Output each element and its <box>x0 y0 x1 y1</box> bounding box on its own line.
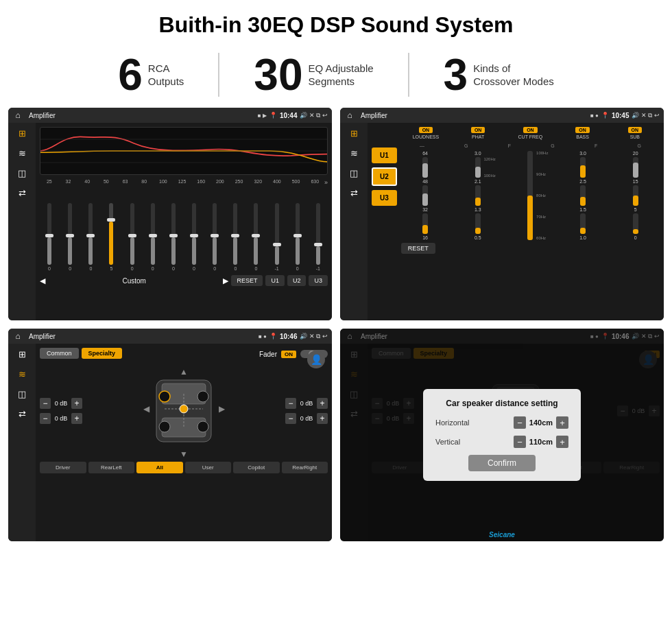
fader-rl-plus[interactable]: + <box>71 413 82 424</box>
eq-reset-button[interactable]: RESET <box>231 275 263 286</box>
eq-slider-6[interactable]: 0 <box>164 203 183 271</box>
status-icons-1b: 🔊 ✕ ⧉ ↩ <box>300 112 328 119</box>
horizontal-plus-button[interactable]: + <box>556 416 568 429</box>
sidebar-speaker-icon[interactable]: ◫ <box>18 168 26 178</box>
loudness-on-badge[interactable]: ON <box>419 127 433 133</box>
status-icons-2b: 🔊 ✕ ⧉ ↩ <box>632 112 660 119</box>
stat-eq-number: 30 <box>254 53 302 97</box>
dialog-horizontal-row: Horizontal − 140cm + <box>435 416 568 429</box>
sidebar-eq-icon-2[interactable]: ⊞ <box>350 128 358 139</box>
eq-slider-4[interactable]: 0 <box>123 203 142 271</box>
home-icon[interactable]: ⌂ <box>12 110 23 121</box>
status-bar-3: ⌂ Amplifier ■ ● 📍 10:46 🔊 ✕ ⧉ ↩ <box>8 329 332 344</box>
fader-all-button[interactable]: All <box>136 462 183 473</box>
eq-slider-10[interactable]: 0 <box>246 203 265 271</box>
amp-slider-loudness: 64 48 32 16 <box>401 151 450 240</box>
eq-slider-3[interactable]: 5 <box>101 203 121 271</box>
sidebar-speaker-icon-2[interactable]: ◫ <box>350 168 358 178</box>
sidebar-eq-icon-3[interactable]: ⊞ <box>19 349 26 359</box>
eq-slider-0[interactable]: 0 <box>40 203 59 271</box>
fader-tab-common[interactable]: Common <box>40 348 79 359</box>
freq-label-12: 400 <box>267 179 287 186</box>
eq-main: 25 32 40 50 63 80 100 125 160 200 250 32… <box>36 123 332 320</box>
phat-on-badge[interactable]: ON <box>471 127 485 133</box>
sidebar-arrow-icon-2[interactable]: ⇄ <box>350 188 358 198</box>
fader-copilot-button[interactable]: Copilot <box>233 462 280 473</box>
amp-u2-button[interactable]: U2 <box>372 167 397 186</box>
eq-u1-button[interactable]: U1 <box>265 275 285 286</box>
svg-text:▲: ▲ <box>180 367 188 377</box>
screen-amp: ⌂ Amplifier ■ ● 📍 10:45 🔊 ✕ ⧉ ↩ ⊞ ≋ ◫ ⇄ … <box>340 108 664 320</box>
eq-u3-button[interactable]: U3 <box>309 275 328 286</box>
amp-sub: ON SUB <box>610 127 660 139</box>
sidebar-wave-icon-2[interactable]: ≋ <box>350 148 358 158</box>
freq-label-13: 500 <box>287 179 306 186</box>
fader-rr-control: − 0 dB + <box>285 413 328 424</box>
fader-driver-button[interactable]: Driver <box>40 462 86 473</box>
fader-fr-minus[interactable]: − <box>285 398 296 409</box>
svg-point-6 <box>159 391 170 402</box>
eq-slider-8[interactable]: 0 <box>205 203 224 271</box>
fader-rearright-button[interactable]: RearRight <box>282 462 328 473</box>
freq-label-14: 630 <box>305 179 324 186</box>
svg-text:▼: ▼ <box>180 449 188 459</box>
home-icon-2[interactable]: ⌂ <box>344 110 355 121</box>
eq-slider-2[interactable]: 0 <box>81 203 100 271</box>
screen-fader: ⌂ Amplifier ■ ● 📍 10:46 🔊 ✕ ⧉ ↩ ⊞ ≋ ◫ ⇄ … <box>8 329 332 541</box>
eq-slider-12[interactable]: 0 <box>288 203 307 271</box>
amp-u1-button[interactable]: U1 <box>372 147 397 163</box>
horizontal-minus-button[interactable]: − <box>514 416 526 429</box>
vertical-plus-button[interactable]: + <box>556 436 568 448</box>
dialog-title: Car speaker distance setting <box>435 399 568 408</box>
vertical-control: − 110cm + <box>514 436 568 448</box>
sidebar-speaker-icon-3[interactable]: ◫ <box>18 389 26 399</box>
loudness-label: LOUDNESS <box>413 134 440 139</box>
eq-u2-button[interactable]: U2 <box>287 275 307 286</box>
amp-u3-button[interactable]: U3 <box>372 190 397 206</box>
fader-rr-plus[interactable]: + <box>317 413 328 424</box>
home-icon-3[interactable]: ⌂ <box>12 331 23 342</box>
sidebar-arrow-icon-3[interactable]: ⇄ <box>19 409 26 419</box>
dialog-overlay: Car speaker distance setting Horizontal … <box>340 329 664 541</box>
eq-slider-9[interactable]: 0 <box>226 203 245 271</box>
confirm-button[interactable]: Confirm <box>468 455 536 471</box>
vertical-value: 110cm <box>529 438 553 446</box>
sidebar-wave-icon-3[interactable]: ≋ <box>19 369 26 379</box>
eq-slider-5[interactable]: 0 <box>143 203 163 271</box>
amp-slider-phat: 3.0 120Hz 100Hz 2.1 <box>453 151 502 240</box>
fader-fr-val: 0 dB <box>298 400 315 407</box>
eq-slider-1[interactable]: 0 <box>60 203 80 271</box>
cutfreq-on-badge[interactable]: ON <box>523 127 538 133</box>
fader-tab-specialty[interactable]: Specialty <box>82 348 123 359</box>
bass-on-badge[interactable]: ON <box>575 127 590 133</box>
vertical-minus-button[interactable]: − <box>514 436 526 448</box>
fader-rl-minus[interactable]: − <box>40 413 51 424</box>
cutfreq-label: CUT FREQ <box>518 134 543 139</box>
fader-fl-plus[interactable]: + <box>71 398 82 409</box>
eq-prev-button[interactable]: ◀ <box>40 276 45 285</box>
eq-next-button[interactable]: ▶ <box>223 276 228 285</box>
fader-user-button[interactable]: User <box>185 462 232 473</box>
fader-fr-plus[interactable]: + <box>317 398 328 409</box>
sub-on-badge[interactable]: ON <box>628 127 643 133</box>
fader-rearleft-button[interactable]: RearLeft <box>88 462 135 473</box>
fader-car-area: − 0 dB + − 0 dB + <box>40 363 328 459</box>
fader-fr-control: − 0 dB + <box>285 398 328 409</box>
amp-reset-button[interactable]: RESET <box>401 243 435 254</box>
freq-label-9: 200 <box>211 179 230 186</box>
sidebar-wave-icon[interactable]: ≋ <box>19 148 26 158</box>
stats-row: 6 RCA Outputs 30 EQ Adjustable Segments … <box>0 45 672 108</box>
eq-slider-7[interactable]: 0 <box>184 203 204 271</box>
sidebar-eq-icon[interactable]: ⊞ <box>19 128 26 139</box>
fader-fl-minus[interactable]: − <box>40 398 51 409</box>
fader-car-diagram: ▲ ▼ ◀ ▶ <box>82 359 285 462</box>
eq-slider-13[interactable]: -1 <box>309 203 328 271</box>
sidebar-arrow-icon[interactable]: ⇄ <box>19 188 26 198</box>
more-icon: » <box>324 179 328 186</box>
left-sidebar-3: ⊞ ≋ ◫ ⇄ <box>8 344 36 541</box>
eq-slider-11[interactable]: -1 <box>267 203 287 271</box>
fader-rr-minus[interactable]: − <box>285 413 296 424</box>
amp-phat: ON PHAT <box>453 127 503 139</box>
fader-on-badge[interactable]: ON <box>281 351 296 358</box>
fader-right-controls: − 0 dB + − 0 dB + <box>285 398 328 424</box>
